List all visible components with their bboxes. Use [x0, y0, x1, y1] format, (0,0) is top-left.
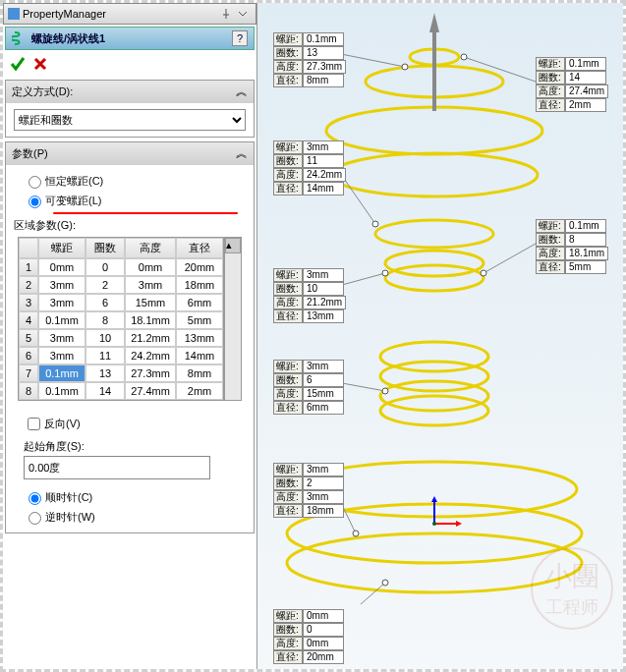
table-cell[interactable]: 2	[85, 276, 125, 294]
help-button[interactable]: ?	[232, 30, 248, 46]
table-cell[interactable]: 13mm	[176, 329, 223, 347]
arrow-icon[interactable]	[237, 8, 249, 20]
table-cell[interactable]: 8mm	[176, 364, 223, 382]
define-method-select[interactable]: 螺距和圈数	[14, 109, 246, 131]
table-cell[interactable]: 18.1mm	[125, 311, 176, 329]
svg-point-24	[382, 270, 388, 276]
watermark: 小團工程师	[531, 547, 613, 630]
table-cell[interactable]: 3mm	[38, 347, 85, 364]
cancel-button[interactable]	[32, 56, 48, 74]
svg-marker-36	[431, 496, 437, 502]
table-row-num: 1	[19, 258, 38, 276]
table-cell[interactable]: 20mm	[176, 258, 223, 276]
svg-point-30	[382, 580, 388, 586]
graphics-viewport[interactable]: 小團工程师 螺距:0.1mm圈数:13高度:27.3mm直径:8mm螺距:0.1…	[257, 3, 623, 669]
svg-point-26	[382, 388, 388, 394]
table-cell[interactable]: 2mm	[176, 382, 223, 400]
table-cell[interactable]: 3mm	[38, 294, 85, 311]
scrollbar[interactable]: ▴	[224, 237, 242, 401]
define-section-header[interactable]: 定义方式(D): ︽	[6, 81, 254, 103]
constant-pitch-radio[interactable]	[28, 176, 41, 189]
table-cell[interactable]: 3mm	[38, 329, 85, 347]
feature-header: 螺旋线/涡状线1 ?	[5, 27, 255, 50]
define-label: 定义方式(D):	[12, 84, 73, 99]
svg-point-28	[353, 531, 359, 536]
chevron-up-icon: ︽	[236, 145, 248, 162]
table-cell[interactable]: 11	[85, 347, 125, 364]
titlebar-text: PropertyManager	[23, 8, 106, 20]
table-cell[interactable]: 0.1mm	[38, 382, 85, 400]
dimension-callout[interactable]: 螺距:3mm圈数:6高度:15mm直径:6mm	[273, 360, 344, 415]
table-cell[interactable]: 13	[85, 364, 125, 382]
dimension-callout[interactable]: 螺距:3mm圈数:10高度:21.2mm直径:13mm	[273, 268, 346, 323]
table-cell[interactable]: 27.4mm	[125, 382, 176, 400]
table-cell[interactable]: 6	[85, 294, 125, 311]
table-row-num: 5	[19, 329, 38, 347]
table-cell[interactable]: 14mm	[176, 347, 223, 364]
cw-radio[interactable]	[28, 492, 41, 505]
table-row-num: 7	[19, 364, 38, 382]
table-cell[interactable]: 8	[85, 311, 125, 329]
table-row-num: 8	[19, 382, 38, 400]
table-cell[interactable]: 3mm	[125, 276, 176, 294]
svg-point-10	[375, 220, 493, 248]
reverse-checkbox[interactable]	[28, 418, 40, 430]
dimension-callout[interactable]: 螺距:0.1mm圈数:13高度:27.3mm直径:8mm	[273, 32, 346, 87]
svg-point-18	[461, 54, 467, 60]
svg-rect-0	[8, 8, 20, 20]
dimension-callout[interactable]: 螺距:0mm圈数:0高度:0mm直径:20mm	[273, 609, 344, 664]
dimension-callout[interactable]: 螺距:0.1mm圈数:14高度:27.4mm直径:2mm	[536, 57, 608, 112]
start-angle-input[interactable]	[24, 456, 210, 479]
dimension-callout[interactable]: 螺距:0.1mm圈数:8高度:18.1mm直径:5mm	[536, 219, 608, 274]
ccw-radio[interactable]	[28, 512, 41, 525]
dimension-callout[interactable]: 螺距:3mm圈数:11高度:24.2mm直径:14mm	[273, 140, 346, 196]
table-cell[interactable]: 0	[85, 258, 125, 276]
helix-icon	[12, 30, 28, 46]
pin-icon[interactable]	[220, 8, 232, 20]
table-cell[interactable]: 0.1mm	[38, 364, 85, 382]
table-header: 高度	[125, 238, 176, 258]
table-cell[interactable]: 27.3mm	[125, 364, 176, 382]
reverse-label: 反向(V)	[44, 417, 81, 431]
params-section-header[interactable]: 参数(P) ︽	[6, 142, 254, 165]
svg-point-20	[372, 221, 378, 227]
svg-point-9	[385, 251, 484, 276]
table-cell[interactable]: 0mm	[125, 258, 176, 276]
table-cell[interactable]: 24.2mm	[125, 347, 176, 364]
table-cell[interactable]: 6mm	[176, 294, 223, 311]
svg-point-11	[331, 153, 538, 196]
start-angle-label: 起始角度(S):	[24, 439, 246, 454]
annotation-line	[53, 212, 238, 214]
table-cell[interactable]: 0.1mm	[38, 311, 85, 329]
variable-pitch-radio[interactable]	[28, 196, 41, 208]
svg-line-29	[361, 583, 385, 604]
svg-point-8	[385, 265, 484, 291]
chevron-up-icon: ︽	[236, 84, 248, 100]
svg-point-12	[326, 107, 542, 154]
table-row-num: 3	[19, 294, 38, 311]
table-cell[interactable]: 0mm	[38, 258, 85, 276]
svg-line-21	[484, 244, 536, 273]
pm-icon	[8, 8, 20, 20]
dimension-callout[interactable]: 螺距:3mm圈数:2高度:3mm直径:18mm	[273, 463, 344, 518]
params-label: 参数(P)	[12, 146, 48, 161]
table-cell[interactable]: 15mm	[125, 294, 176, 311]
table-header: 圈数	[85, 238, 125, 258]
constant-pitch-label: 恒定螺距(C)	[45, 174, 103, 189]
table-cell[interactable]: 5mm	[176, 311, 223, 329]
table-header: 螺距	[38, 238, 85, 258]
svg-point-16	[402, 64, 408, 70]
region-params-table[interactable]: 螺距圈数高度直径10mm00mm20mm23mm23mm18mm33mm615m…	[18, 237, 224, 401]
table-cell[interactable]: 10	[85, 329, 125, 347]
table-header: 直径	[176, 238, 223, 258]
table-cell[interactable]: 21.2mm	[125, 329, 176, 347]
table-cell[interactable]: 14	[85, 382, 125, 400]
svg-marker-34	[456, 521, 462, 527]
ccw-label: 逆时针(W)	[45, 510, 95, 525]
ok-button[interactable]	[9, 55, 27, 75]
variable-pitch-label: 可变螺距(L)	[45, 194, 101, 208]
svg-point-7	[380, 342, 488, 371]
table-row-num: 6	[19, 347, 38, 364]
table-cell[interactable]: 3mm	[38, 276, 85, 294]
table-cell[interactable]: 18mm	[176, 276, 223, 294]
